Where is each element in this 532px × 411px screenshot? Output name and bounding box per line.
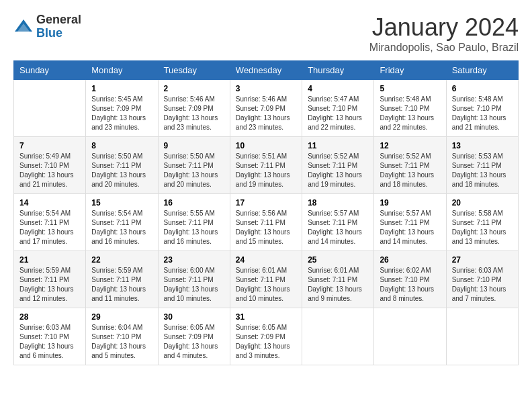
day-number: 23 [164, 255, 224, 265]
day-info: Sunrise: 5:56 AMSunset: 7:11 PMDaylight:… [236, 209, 296, 246]
day-number: 17 [236, 198, 296, 208]
day-info: Sunrise: 5:47 AMSunset: 7:10 PMDaylight:… [308, 95, 368, 132]
calendar-cell: 17Sunrise: 5:56 AMSunset: 7:11 PMDayligh… [230, 194, 302, 251]
day-number: 14 [19, 198, 80, 208]
calendar-cell: 24Sunrise: 6:01 AMSunset: 7:11 PMDayligh… [230, 251, 302, 308]
day-info: Sunrise: 6:02 AMSunset: 7:10 PMDaylight:… [380, 266, 440, 304]
day-info: Sunrise: 5:46 AMSunset: 7:09 PMDaylight:… [164, 95, 224, 132]
calendar-cell: 9Sunrise: 5:50 AMSunset: 7:11 PMDaylight… [158, 137, 230, 194]
day-number: 24 [236, 255, 296, 265]
calendar-cell: 3Sunrise: 5:46 AMSunset: 7:09 PMDaylight… [230, 80, 302, 137]
calendar-cell: 6Sunrise: 5:48 AMSunset: 7:10 PMDaylight… [446, 80, 518, 137]
calendar-cell: 22Sunrise: 5:59 AMSunset: 7:11 PMDayligh… [86, 251, 158, 308]
day-info: Sunrise: 6:05 AMSunset: 7:09 PMDaylight:… [164, 323, 224, 361]
week-row-1: 1Sunrise: 5:45 AMSunset: 7:09 PMDaylight… [14, 80, 519, 137]
calendar-cell: 20Sunrise: 5:58 AMSunset: 7:11 PMDayligh… [446, 194, 518, 251]
calendar-cell [14, 80, 86, 137]
day-info: Sunrise: 6:01 AMSunset: 7:11 PMDaylight:… [236, 266, 296, 304]
calendar-cell: 4Sunrise: 5:47 AMSunset: 7:10 PMDaylight… [302, 80, 374, 137]
calendar-cell: 12Sunrise: 5:52 AMSunset: 7:11 PMDayligh… [374, 137, 446, 194]
day-info: Sunrise: 6:01 AMSunset: 7:11 PMDaylight:… [308, 266, 368, 304]
day-info: Sunrise: 5:50 AMSunset: 7:11 PMDaylight:… [164, 152, 224, 189]
calendar-cell: 25Sunrise: 6:01 AMSunset: 7:11 PMDayligh… [302, 251, 374, 308]
day-number: 29 [91, 312, 152, 322]
day-info: Sunrise: 5:59 AMSunset: 7:11 PMDaylight:… [91, 266, 152, 304]
day-header-saturday: Saturday [446, 61, 518, 80]
calendar-cell: 16Sunrise: 5:55 AMSunset: 7:11 PMDayligh… [158, 194, 230, 251]
month-title: January 2024 [369, 13, 519, 42]
calendar-cell: 15Sunrise: 5:54 AMSunset: 7:11 PMDayligh… [86, 194, 158, 251]
day-number: 27 [452, 255, 513, 265]
day-info: Sunrise: 5:57 AMSunset: 7:11 PMDaylight:… [308, 209, 368, 246]
day-header-tuesday: Tuesday [158, 61, 230, 80]
week-row-3: 14Sunrise: 5:54 AMSunset: 7:11 PMDayligh… [14, 194, 519, 251]
day-info: Sunrise: 5:52 AMSunset: 7:11 PMDaylight:… [308, 152, 368, 189]
day-number: 9 [164, 141, 224, 150]
title-block: January 2024 Mirandopolis, Sao Paulo, Br… [369, 13, 519, 54]
day-info: Sunrise: 5:58 AMSunset: 7:11 PMDaylight:… [452, 209, 513, 246]
day-info: Sunrise: 5:50 AMSunset: 7:11 PMDaylight:… [91, 152, 152, 189]
calendar-cell: 8Sunrise: 5:50 AMSunset: 7:11 PMDaylight… [86, 137, 158, 194]
logo-icon [13, 17, 34, 37]
calendar-cell: 21Sunrise: 5:59 AMSunset: 7:11 PMDayligh… [14, 251, 86, 308]
calendar-cell: 5Sunrise: 5:48 AMSunset: 7:10 PMDaylight… [374, 80, 446, 137]
calendar-cell: 19Sunrise: 5:57 AMSunset: 7:11 PMDayligh… [374, 194, 446, 251]
day-info: Sunrise: 5:57 AMSunset: 7:11 PMDaylight:… [380, 209, 440, 246]
calendar-cell [302, 308, 374, 365]
day-info: Sunrise: 5:53 AMSunset: 7:11 PMDaylight:… [452, 152, 513, 189]
calendar-cell: 10Sunrise: 5:51 AMSunset: 7:11 PMDayligh… [230, 137, 302, 194]
calendar-cell: 30Sunrise: 6:05 AMSunset: 7:09 PMDayligh… [158, 308, 230, 365]
day-info: Sunrise: 5:46 AMSunset: 7:09 PMDaylight:… [236, 95, 296, 132]
day-number: 22 [91, 255, 152, 265]
day-number: 21 [19, 255, 80, 265]
day-header-friday: Friday [374, 61, 446, 80]
day-number: 12 [380, 141, 440, 150]
day-info: Sunrise: 5:48 AMSunset: 7:10 PMDaylight:… [380, 95, 440, 132]
day-number: 16 [164, 198, 224, 208]
day-number: 26 [380, 255, 440, 265]
calendar-cell [446, 308, 518, 365]
calendar-cell: 23Sunrise: 6:00 AMSunset: 7:11 PMDayligh… [158, 251, 230, 308]
day-number: 30 [164, 312, 224, 322]
week-row-4: 21Sunrise: 5:59 AMSunset: 7:11 PMDayligh… [14, 251, 519, 308]
day-info: Sunrise: 5:55 AMSunset: 7:11 PMDaylight:… [164, 209, 224, 246]
calendar-cell [374, 308, 446, 365]
day-info: Sunrise: 5:45 AMSunset: 7:09 PMDaylight:… [91, 95, 152, 132]
week-row-5: 28Sunrise: 6:03 AMSunset: 7:10 PMDayligh… [14, 308, 519, 365]
calendar-cell: 2Sunrise: 5:46 AMSunset: 7:09 PMDaylight… [158, 80, 230, 137]
logo-blue-text: Blue [36, 27, 81, 40]
calendar-body: 1Sunrise: 5:45 AMSunset: 7:09 PMDaylight… [14, 80, 519, 365]
day-number: 4 [308, 84, 368, 93]
day-number: 19 [380, 198, 440, 208]
calendar-header: SundayMondayTuesdayWednesdayThursdayFrid… [14, 61, 519, 80]
day-number: 5 [380, 84, 440, 93]
calendar-cell: 1Sunrise: 5:45 AMSunset: 7:09 PMDaylight… [86, 80, 158, 137]
day-info: Sunrise: 5:49 AMSunset: 7:10 PMDaylight:… [19, 152, 80, 189]
week-row-2: 7Sunrise: 5:49 AMSunset: 7:10 PMDaylight… [14, 137, 519, 194]
day-info: Sunrise: 6:03 AMSunset: 7:10 PMDaylight:… [452, 266, 513, 304]
day-number: 11 [308, 141, 368, 150]
logo: General Blue [13, 13, 81, 40]
day-number: 2 [164, 84, 224, 93]
day-info: Sunrise: 5:51 AMSunset: 7:11 PMDaylight:… [236, 152, 296, 189]
calendar-cell: 13Sunrise: 5:53 AMSunset: 7:11 PMDayligh… [446, 137, 518, 194]
day-number: 25 [308, 255, 368, 265]
day-number: 15 [91, 198, 152, 208]
day-info: Sunrise: 6:03 AMSunset: 7:10 PMDaylight:… [19, 323, 80, 361]
day-info: Sunrise: 5:48 AMSunset: 7:10 PMDaylight:… [452, 95, 513, 132]
calendar-cell: 14Sunrise: 5:54 AMSunset: 7:11 PMDayligh… [14, 194, 86, 251]
day-number: 10 [236, 141, 296, 150]
logo-general-text: General [36, 13, 81, 27]
day-number: 3 [236, 84, 296, 93]
day-header-sunday: Sunday [14, 61, 86, 80]
day-info: Sunrise: 6:05 AMSunset: 7:09 PMDaylight:… [236, 323, 296, 361]
day-info: Sunrise: 5:54 AMSunset: 7:11 PMDaylight:… [19, 209, 80, 246]
calendar-cell: 18Sunrise: 5:57 AMSunset: 7:11 PMDayligh… [302, 194, 374, 251]
page-header: General Blue January 2024 Mirandopolis, … [13, 13, 519, 54]
day-info: Sunrise: 5:54 AMSunset: 7:11 PMDaylight:… [91, 209, 152, 246]
day-info: Sunrise: 5:52 AMSunset: 7:11 PMDaylight:… [380, 152, 440, 189]
calendar-cell: 7Sunrise: 5:49 AMSunset: 7:10 PMDaylight… [14, 137, 86, 194]
day-number: 1 [91, 84, 152, 93]
day-header-wednesday: Wednesday [230, 61, 302, 80]
day-info: Sunrise: 5:59 AMSunset: 7:11 PMDaylight:… [19, 266, 80, 304]
